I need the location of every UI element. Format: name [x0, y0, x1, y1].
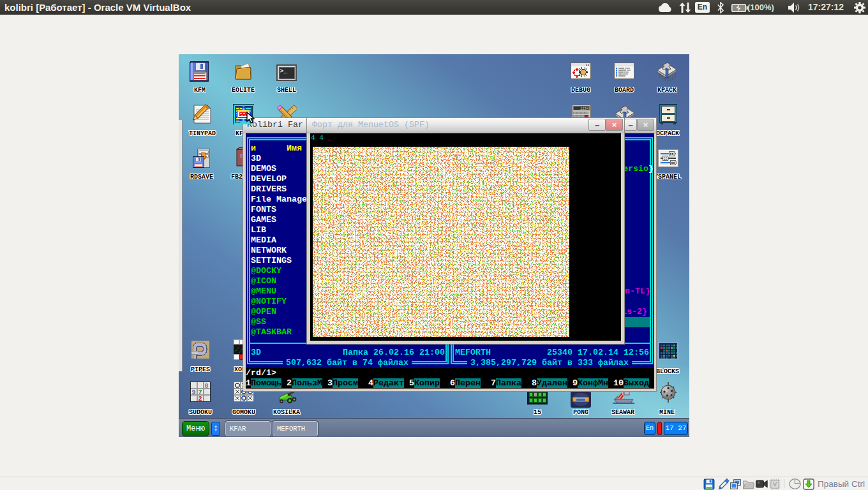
svg-text:8: 8 — [205, 383, 209, 390]
svg-text:>_: >_ — [280, 68, 288, 75]
svg-text:KOA.: KOA. — [236, 121, 243, 124]
svg-text:1234: 1234 — [580, 107, 589, 111]
svg-text:2: 2 — [198, 396, 202, 403]
svg-text:V: V — [773, 481, 777, 487]
svg-text:9: 9 — [192, 389, 196, 396]
